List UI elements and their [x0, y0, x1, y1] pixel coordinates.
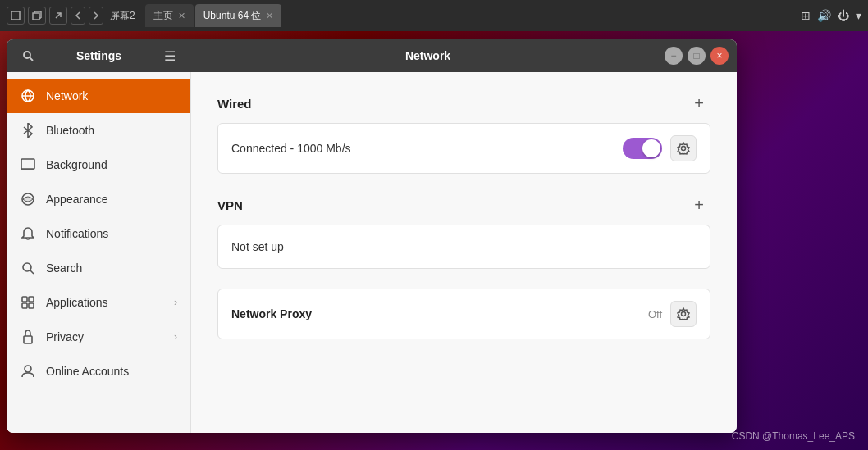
network-proxy-card: Network Proxy Off	[217, 289, 710, 339]
taskbar: 屏幕2 主页 ✕ Ubuntu 64 位 ✕ ⊞ 🔊 ⏻ ▾	[0, 0, 868, 31]
privacy-icon	[20, 329, 36, 345]
taskbar-window-btn-3[interactable]	[49, 7, 67, 25]
vpn-section-header: VPN +	[217, 193, 710, 216]
window-title: Network	[405, 49, 450, 62]
wired-section-header: Wired +	[217, 92, 710, 115]
svg-rect-17	[22, 303, 27, 308]
svg-rect-19	[24, 336, 32, 343]
sidebar-item-applications[interactable]: Applications ›	[7, 285, 190, 320]
svg-point-21	[682, 147, 686, 151]
settings-title: Settings	[46, 49, 152, 62]
wired-section-title: Wired	[217, 97, 252, 111]
tab-ubuntu-label: Ubuntu 64 位	[203, 9, 262, 23]
watermark: CSDN @Thomas_Lee_APS	[732, 430, 855, 442]
settings-menu-button[interactable]: ☰	[158, 44, 181, 67]
sidebar-item-background[interactable]: Background	[7, 148, 190, 182]
network-proxy-gear-button[interactable]	[670, 301, 697, 327]
tab-home[interactable]: 主页 ✕	[145, 4, 194, 27]
volume-icon[interactable]: 🔊	[817, 9, 831, 22]
tab-home-close[interactable]: ✕	[178, 11, 185, 21]
svg-point-13	[23, 263, 31, 271]
wired-card: Connected - 1000 Mb/s	[217, 123, 710, 174]
main-content: Wired + Connected - 1000 Mb/s	[191, 72, 737, 433]
sidebar-label-privacy: Privacy	[46, 330, 164, 343]
sidebar-item-privacy[interactable]: Privacy ›	[7, 320, 190, 354]
applications-icon	[20, 294, 36, 311]
wired-toggle[interactable]	[623, 138, 662, 159]
titlebar-center: Network	[191, 49, 665, 62]
vpn-not-set-label: Not set up	[231, 240, 697, 253]
window-body: Network Bluetooth Backg	[7, 72, 737, 433]
notifications-icon	[20, 225, 36, 242]
wired-connection-label: Connected - 1000 Mb/s	[231, 142, 623, 155]
close-button[interactable]: ×	[710, 47, 729, 65]
svg-point-20	[25, 366, 31, 372]
applications-chevron-icon: ›	[174, 297, 177, 308]
taskbar-tabs: 主页 ✕ Ubuntu 64 位 ✕	[145, 4, 282, 27]
vpn-card: Not set up	[217, 225, 710, 269]
vpn-not-set-row: Not set up	[218, 225, 710, 268]
taskbar-nav-back[interactable]	[71, 7, 85, 25]
sidebar-label-notifications: Notifications	[46, 227, 177, 240]
network-sys-icon[interactable]: ⊞	[801, 9, 811, 22]
taskbar-window-btn-1[interactable]	[7, 7, 25, 25]
sidebar: Network Bluetooth Backg	[7, 72, 191, 433]
wired-add-button[interactable]: +	[688, 92, 710, 115]
network-proxy-label: Network Proxy	[231, 307, 648, 320]
bluetooth-icon	[20, 122, 36, 139]
svg-rect-15	[22, 297, 27, 302]
background-icon	[20, 157, 36, 173]
titlebar-left: Settings ☰	[7, 44, 191, 67]
search-icon	[20, 260, 36, 276]
sidebar-item-bluetooth[interactable]: Bluetooth	[7, 113, 190, 148]
sidebar-label-network: Network	[46, 89, 177, 102]
taskbar-window-btn-2[interactable]	[28, 7, 46, 25]
sidebar-item-appearance[interactable]: Appearance	[7, 182, 190, 216]
sidebar-label-online-accounts: Online Accounts	[46, 365, 177, 378]
sidebar-label-applications: Applications	[46, 296, 164, 309]
titlebar-right: − □ ×	[665, 47, 737, 65]
window-titlebar: Settings ☰ Network − □ ×	[7, 39, 737, 72]
sidebar-item-network[interactable]: Network	[7, 79, 190, 113]
online-accounts-icon	[20, 363, 36, 380]
svg-line-7	[30, 57, 33, 61]
power-icon[interactable]: ⏻	[838, 9, 849, 22]
tab-ubuntu[interactable]: Ubuntu 64 位 ✕	[195, 4, 282, 27]
vpn-section-title: VPN	[217, 198, 243, 212]
privacy-chevron-icon: ›	[174, 331, 177, 343]
svg-rect-18	[29, 303, 34, 308]
svg-rect-16	[29, 297, 34, 302]
appearance-icon	[20, 191, 36, 207]
section-wired: Wired + Connected - 1000 Mb/s	[217, 92, 710, 174]
vpn-add-button[interactable]: +	[688, 193, 710, 216]
svg-point-22	[682, 312, 686, 316]
settings-window: Settings ☰ Network − □ ×	[7, 39, 737, 433]
settings-search-button[interactable]	[16, 44, 39, 67]
screen-label: 屏幕2	[110, 9, 135, 23]
maximize-button[interactable]: □	[688, 47, 706, 65]
wired-connection-actions	[623, 135, 697, 161]
network-icon	[20, 88, 36, 104]
svg-rect-10	[21, 159, 34, 169]
network-proxy-status: Off	[648, 308, 662, 320]
section-vpn: VPN + Not set up	[217, 193, 710, 269]
taskbar-nav-forward[interactable]	[89, 7, 103, 25]
tab-home-label: 主页	[153, 9, 173, 23]
watermark-text: CSDN @Thomas_Lee_APS	[732, 430, 855, 442]
sidebar-item-notifications[interactable]: Notifications	[7, 216, 190, 251]
svg-rect-1	[33, 13, 39, 20]
sidebar-label-background: Background	[46, 158, 177, 171]
taskbar-right: ⊞ 🔊 ⏻ ▾	[801, 9, 861, 22]
minimize-button[interactable]: −	[665, 47, 683, 65]
section-network-proxy: Network Proxy Off	[217, 289, 710, 339]
sidebar-item-search[interactable]: Search	[7, 251, 190, 285]
wired-gear-button[interactable]	[670, 135, 697, 161]
sidebar-label-search: Search	[46, 261, 177, 275]
network-proxy-row[interactable]: Network Proxy Off	[218, 289, 710, 339]
tab-ubuntu-close[interactable]: ✕	[266, 11, 273, 21]
taskbar-left: 屏幕2 主页 ✕ Ubuntu 64 位 ✕	[7, 4, 281, 27]
wired-connection-row: Connected - 1000 Mb/s	[218, 124, 710, 173]
chevron-down-icon[interactable]: ▾	[856, 9, 861, 22]
network-proxy-actions: Off	[648, 301, 697, 327]
sidebar-item-online-accounts[interactable]: Online Accounts	[7, 354, 190, 389]
